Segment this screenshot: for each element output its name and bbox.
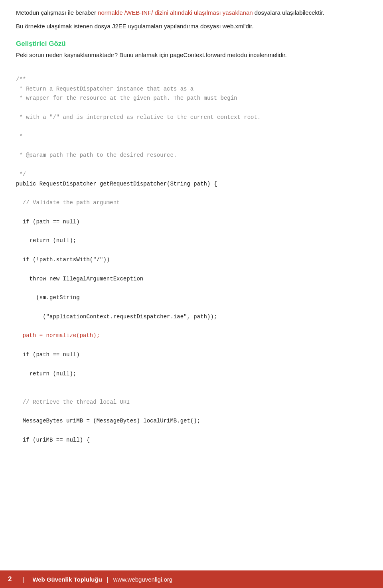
code-if-null-2: if (path == null) return (null); bbox=[16, 351, 80, 377]
code-comment-validate: // Validate the path argument bbox=[16, 199, 120, 206]
main-content: Metodun çalışması ile beraber normalde /… bbox=[0, 0, 383, 491]
footer-divider: | bbox=[23, 576, 24, 583]
code-messagebytes: MessageBytes uriMB = (MessageBytes) loca… bbox=[16, 418, 200, 443]
code-if-null: if (path == null) return (null); if (!pa… bbox=[16, 219, 217, 320]
intro-paragraph-1: Metodun çalışması ile beraber normalde /… bbox=[16, 8, 367, 18]
footer-site-label: Web Güvenlik Topluluğu bbox=[32, 576, 102, 583]
footer-page-number: 2 bbox=[8, 575, 12, 583]
intro-text-2: Bu örnekte ulaşılmak istenen dosya J2EE … bbox=[16, 23, 254, 30]
intro-text-before: Metodun çalışması ile beraber bbox=[16, 9, 98, 16]
code-block: /** * Return a RequestDispatcher instanc… bbox=[16, 65, 367, 455]
intro-highlight: normalde /WEB-INF/ dizini altındaki ulaş… bbox=[98, 9, 253, 16]
javadoc-comment: /** * Return a RequestDispatcher instanc… bbox=[16, 76, 261, 178]
developer-intro-text: Peki sorun neden kaynaklanmaktadır? Bunu… bbox=[16, 50, 367, 60]
code-normalize: path = normalize(path); bbox=[16, 332, 100, 339]
intro-paragraph-2: Bu örnekte ulaşılmak istenen dosya J2EE … bbox=[16, 22, 367, 31]
code-method-signature: public RequestDispatcher getRequestDispa… bbox=[16, 181, 217, 187]
intro-text-after-highlight: dosyalara ulaşılabilecektir. bbox=[253, 9, 324, 16]
footer-site-url: www.webguvenligi.org bbox=[113, 576, 172, 583]
footer: 2 | Web Güvenlik Topluluğu | www.webguve… bbox=[0, 570, 383, 588]
footer-pipe: | bbox=[107, 576, 109, 583]
section-title: Geliştirici Gözü bbox=[16, 40, 367, 48]
code-comment-retrieve: // Retrieve the thread local URI bbox=[16, 399, 130, 405]
